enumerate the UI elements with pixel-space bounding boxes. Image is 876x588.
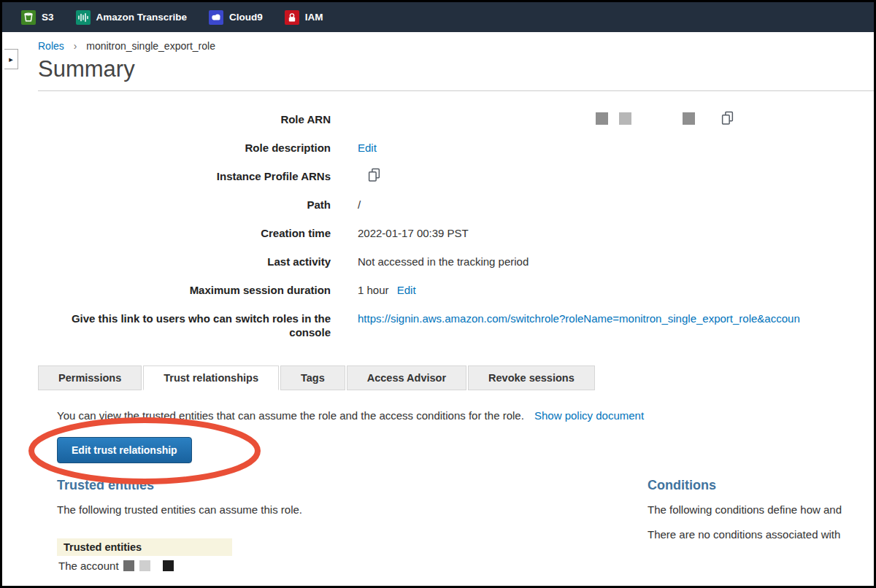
trusted-entities-column: Trusted entities The following trusted e… [57, 463, 648, 576]
summary-divider [38, 90, 874, 91]
switch-link-value: https://signin.aws.amazon.com/switchrole… [331, 312, 874, 339]
redaction-block [683, 112, 695, 125]
last-activity-label: Last activity [38, 255, 331, 268]
nav-shortcut-label: IAM [305, 12, 323, 23]
show-policy-document-link[interactable]: Show policy document [534, 409, 644, 422]
role-arn-label: Role ARN [38, 112, 331, 126]
sidebar-expand-button[interactable]: ▸ [4, 49, 18, 69]
trusted-entities-heading: Trusted entities [57, 478, 648, 493]
breadcrumb: Roles › monitron_single_export_role [38, 40, 874, 52]
trust-intro-line: You can view the trusted entities that c… [57, 409, 874, 422]
cloud9-icon [209, 10, 223, 25]
page-title: Summary [38, 55, 874, 83]
nav-shortcut-iam[interactable]: IAM [285, 10, 323, 25]
summary-row-role-arn: Role ARN [38, 112, 874, 126]
tab-access-advisor[interactable]: Access Advisor [347, 365, 466, 390]
creation-time-value: 2022-01-17 00:39 PST [331, 226, 874, 240]
nav-shortcut-s3[interactable]: S3 [21, 10, 54, 25]
edit-role-description-link[interactable]: Edit [358, 142, 377, 154]
tab-revoke-sessions[interactable]: Revoke sessions [468, 365, 595, 390]
edit-trust-button-area: Edit trust relationship [57, 437, 192, 463]
trust-relationships-panel: You can view the trusted entities that c… [38, 409, 874, 576]
trusted-entities-intro: The following trusted entities can assum… [57, 503, 648, 516]
nav-shortcut-label: Cloud9 [229, 12, 263, 23]
redaction-block [163, 560, 174, 571]
last-activity-value: Not accessed in the tracking period [331, 255, 874, 268]
redaction-block [139, 560, 150, 571]
chevron-right-icon: ▸ [9, 55, 13, 64]
nav-shortcut-cloud9[interactable]: Cloud9 [209, 10, 263, 25]
edit-trust-relationship-button[interactable]: Edit trust relationship [57, 437, 192, 463]
breadcrumb-separator: › [74, 40, 77, 52]
redaction-block [619, 112, 631, 125]
tab-trust-relationships[interactable]: Trust relationships [143, 365, 279, 390]
nav-shortcut-label: S3 [42, 12, 54, 23]
instance-profile-value [331, 169, 874, 183]
edit-max-session-link[interactable]: Edit [397, 284, 416, 296]
role-summary-fields: Role ARN Role description Edit Instance [38, 112, 874, 339]
tab-tags[interactable]: Tags [280, 365, 345, 390]
breadcrumb-current: monitron_single_export_role [86, 40, 215, 52]
max-session-duration: 1 hour [358, 284, 389, 296]
role-description-label: Role description [38, 141, 331, 155]
trust-columns: Trusted entities The following trusted e… [57, 463, 874, 576]
switch-role-url-link[interactable]: https://signin.aws.amazon.com/switchrole… [358, 312, 800, 325]
iam-icon [285, 10, 299, 25]
s3-icon [21, 10, 36, 25]
conditions-intro: The following conditions define how and [648, 503, 874, 516]
summary-row-switch-link: Give this link to users who can switch r… [38, 312, 874, 339]
account-row-text: The account [58, 560, 119, 572]
trusted-entity-account-row: The account [57, 556, 232, 576]
breadcrumb-roles-link[interactable]: Roles [38, 40, 64, 52]
trusted-entities-table: Trusted entities The account [57, 538, 232, 576]
conditions-column: Conditions The following conditions defi… [648, 463, 874, 576]
summary-row-role-description: Role description Edit [38, 141, 874, 155]
path-label: Path [38, 198, 331, 212]
trusted-entities-table-header: Trusted entities [57, 538, 232, 556]
instance-profile-label: Instance Profile ARNs [38, 169, 331, 183]
aws-services-topnav: S3 Amazon Transcribe Cloud9 IAM [2, 2, 874, 32]
redaction-block [123, 560, 134, 571]
summary-row-path: Path / [38, 198, 874, 212]
max-session-label: Maximum session duration [38, 283, 331, 297]
summary-row-creation-time: Creation time 2022-01-17 00:39 PST [38, 226, 874, 240]
nav-shortcut-label: Amazon Transcribe [96, 12, 188, 23]
redaction-block [596, 112, 608, 125]
nav-shortcut-transcribe[interactable]: Amazon Transcribe [76, 10, 188, 25]
path-value: / [331, 198, 874, 212]
max-session-value: 1 hour Edit [331, 283, 874, 297]
summary-row-last-activity: Last activity Not accessed in the tracki… [38, 255, 874, 268]
tab-permissions[interactable]: Permissions [38, 365, 142, 390]
role-arn-value [331, 112, 874, 126]
summary-row-instance-profile: Instance Profile ARNs [38, 169, 874, 183]
summary-row-max-session: Maximum session duration 1 hour Edit [38, 283, 874, 297]
role-description-value: Edit [331, 141, 874, 155]
trust-intro-text: You can view the trusted entities that c… [57, 409, 524, 422]
conditions-heading: Conditions [648, 478, 874, 493]
conditions-empty-text: There are no conditions associated with [648, 528, 874, 541]
copy-icon[interactable] [721, 111, 734, 125]
creation-time-label: Creation time [38, 226, 331, 240]
transcribe-icon [76, 10, 91, 25]
main-content: Roles › monitron_single_export_role Summ… [38, 32, 874, 576]
browser-frame: S3 Amazon Transcribe Cloud9 IAM ▸ Roles [0, 0, 876, 588]
copy-icon[interactable] [367, 168, 381, 182]
switch-link-label: Give this link to users who can switch r… [38, 312, 331, 339]
role-detail-tabs: Permissions Trust relationships Tags Acc… [38, 365, 874, 390]
